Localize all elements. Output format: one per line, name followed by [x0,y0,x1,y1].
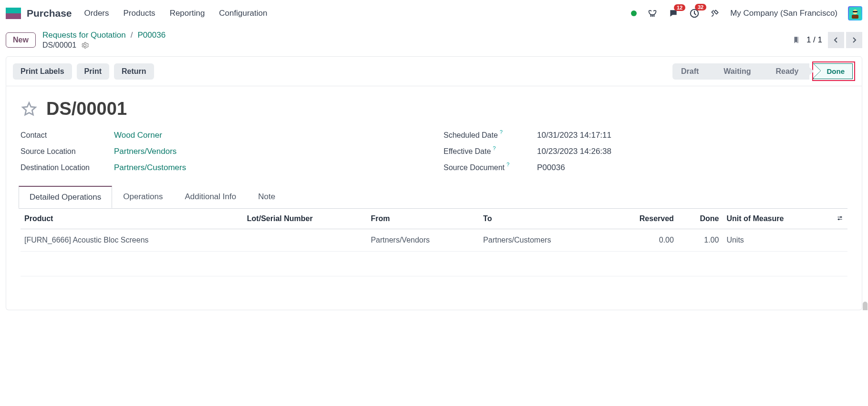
operations-table: Product Lot/Serial Number From To Reserv… [21,209,847,310]
col-to[interactable]: To [479,209,607,229]
field-effective-date: Effective Date? 10/23/2023 14:26:38 [444,147,847,156]
cell-from: Partners/Vendors [367,229,479,252]
svg-point-3 [652,15,653,15]
effective-date-label: Effective Date? [444,147,537,156]
pager: 1 / 1 [792,32,862,48]
svg-point-16 [838,219,839,220]
breadcrumbs: Requests for Quotation / P00036 DS/00001 [42,30,165,50]
pager-count: 1 / 1 [806,35,822,45]
status-done[interactable]: Done [813,63,853,79]
nav-links: Orders Products Reporting Configuration [84,9,268,18]
table-row[interactable]: [FURN_6666] Acoustic Bloc Screens Partne… [21,229,847,252]
status-waiting[interactable]: Waiting [709,63,761,80]
tools-icon[interactable] [710,9,720,18]
print-labels-button[interactable]: Print Labels [13,63,72,80]
record-title: DS/00001 [46,99,127,119]
scheduled-date-value: 10/31/2023 14:17:11 [537,131,847,140]
field-source-document: Source Document? P00036 [444,163,847,173]
operations-table-container: Product Lot/Serial Number From To Reserv… [21,209,847,310]
cell-product: [FURN_6666] Acoustic Bloc Screens [21,229,243,252]
svg-rect-0 [6,8,21,13]
status-done-highlight: Done [812,61,856,81]
scrollbar-thumb[interactable] [863,302,868,310]
field-scheduled-date: Scheduled Date? 10/31/2023 14:17:11 [444,131,847,140]
help-icon[interactable]: ? [493,145,496,151]
app-logo-icon [6,8,21,19]
cell-to: Partners/Customers [479,229,607,252]
field-contact: Contact Wood Corner [21,131,424,140]
destination-location-value[interactable]: Partners/Customers [114,163,424,173]
col-product[interactable]: Product [21,209,243,229]
nav-reporting[interactable]: Reporting [170,9,205,18]
company-selector[interactable]: My Company (San Francisco) [730,9,837,18]
svg-point-2 [651,15,651,15]
tab-additional-info[interactable]: Additional Info [174,186,247,208]
help-icon[interactable]: ? [500,129,503,135]
status-draft[interactable]: Draft [672,63,709,80]
gear-icon[interactable] [81,41,89,49]
svg-point-7 [654,16,654,16]
col-uom[interactable]: Unit of Measure [723,209,832,229]
field-source-location: Source Location Partners/Vendors [21,147,424,156]
cell-lot [243,229,367,252]
topnav-right: 12 32 My Company (San Francisco) [631,6,862,20]
form-body: DS/00001 Contact Wood Corner Scheduled D… [6,86,862,310]
status-done-label: Done [827,67,845,75]
col-lot[interactable]: Lot/Serial Number [243,209,367,229]
col-reserved[interactable]: Reserved [607,209,678,229]
nav-orders[interactable]: Orders [84,9,109,18]
svg-point-5 [651,16,651,16]
connection-status-icon [631,10,637,16]
tab-detailed-operations[interactable]: Detailed Operations [19,186,112,208]
bookmark-icon[interactable] [792,35,801,45]
action-bar: Print Labels Print Return Draft Waiting … [6,56,862,86]
table-row-empty [21,276,847,310]
messages-icon[interactable]: 12 [668,9,679,18]
print-button[interactable]: Print [77,63,109,80]
activities-icon[interactable]: 32 [689,8,700,19]
nav-configuration[interactable]: Configuration [219,9,267,18]
tab-note[interactable]: Note [247,186,286,208]
activities-badge: 32 [695,4,706,10]
table-settings-icon[interactable] [836,215,844,222]
favorite-star-icon[interactable] [21,101,38,118]
source-document-label: Source Document? [444,163,537,172]
svg-point-6 [652,16,653,16]
messages-badge: 12 [674,4,685,11]
tab-operations[interactable]: Operations [112,186,174,208]
svg-point-4 [654,15,654,15]
breadcrumb-rfq[interactable]: Requests for Quotation [42,30,126,40]
source-location-label: Source Location [21,147,114,156]
contact-value[interactable]: Wood Corner [114,131,424,140]
pager-next[interactable] [846,32,862,48]
svg-rect-12 [853,11,858,12]
return-button[interactable]: Return [114,63,154,80]
user-avatar[interactable] [848,6,862,20]
new-button[interactable]: New [6,32,36,48]
help-icon[interactable]: ? [506,162,509,167]
effective-date-value: 10/23/2023 14:26:38 [537,147,847,156]
cell-done: 1.00 [678,229,723,252]
source-location-value[interactable]: Partners/Vendors [114,147,424,156]
table-row-empty [21,252,847,276]
col-done[interactable]: Done [678,209,723,229]
phone-icon[interactable] [647,9,658,18]
status-ready[interactable]: Ready [761,63,809,80]
source-document-value: P00036 [537,163,847,173]
svg-rect-1 [6,13,21,19]
tabs: Detailed Operations Operations Additiona… [19,186,847,209]
destination-location-label: Destination Location [21,163,114,172]
breadcrumb-current: DS/00001 [42,41,76,50]
nav-products[interactable]: Products [124,9,155,18]
app-title[interactable]: Purchase [27,8,72,19]
col-from[interactable]: From [367,209,479,229]
pager-prev[interactable] [828,32,844,48]
breadcrumb-sep: / [131,30,133,40]
field-destination-location: Destination Location Partners/Customers [21,163,424,173]
breadcrumb-po[interactable]: P00036 [137,30,165,40]
breadcrumb-bar: New Requests for Quotation / P00036 DS/0… [0,27,868,56]
cell-reserved: 0.00 [607,229,678,252]
top-nav: Purchase Orders Products Reporting Confi… [0,0,868,27]
scheduled-date-label: Scheduled Date? [444,131,537,140]
status-steps: Draft Waiting Ready Done [672,61,855,81]
